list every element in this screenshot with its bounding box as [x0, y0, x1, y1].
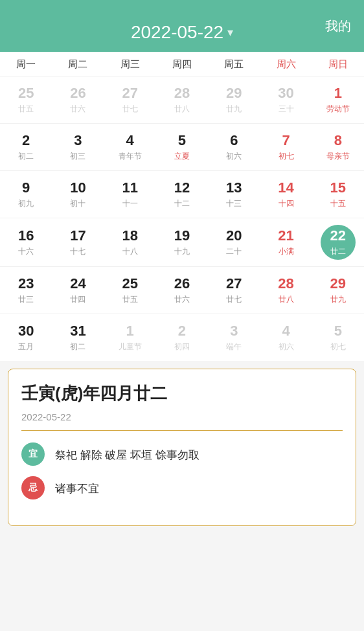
day-cell[interactable]: 9初九 — [0, 171, 52, 218]
day-number: 1 — [334, 85, 342, 102]
day-cell[interactable]: 4青年节 — [104, 124, 156, 170]
day-cell[interactable]: 16十六 — [0, 218, 52, 266]
day-cell[interactable]: 10初十 — [52, 171, 104, 218]
day-cell[interactable]: 26廿六 — [52, 76, 104, 123]
mine-button[interactable]: 我的 — [325, 17, 351, 35]
dropdown-arrow-icon[interactable]: ▾ — [227, 25, 233, 40]
weekday-cell: 周四 — [156, 58, 208, 71]
day-cell[interactable]: 13十三 — [208, 171, 260, 218]
day-cell[interactable]: 23廿三 — [0, 267, 52, 314]
day-sub: 十九 — [174, 246, 190, 257]
day-number: 3 — [230, 323, 238, 339]
weekday-cell: 周三 — [104, 58, 156, 71]
day-sub: 二十 — [226, 246, 242, 257]
day-cell[interactable]: 27廿七 — [208, 267, 260, 314]
day-cell[interactable]: 3端午 — [208, 314, 260, 361]
day-number: 18 — [122, 227, 137, 244]
day-number: 5 — [334, 323, 342, 339]
day-sub: 廿七 — [122, 104, 138, 115]
day-cell[interactable]: 8母亲节 — [312, 124, 364, 170]
day-sub: 十一 — [122, 198, 138, 209]
day-cell[interactable]: 31初二 — [52, 314, 104, 361]
day-cell[interactable]: 17十七 — [52, 218, 104, 266]
day-number: 3 — [74, 132, 82, 149]
day-cell[interactable]: 19十九 — [156, 218, 208, 266]
day-sub: 初六 — [279, 341, 294, 352]
day-number: 23 — [18, 275, 34, 292]
day-number: 17 — [70, 227, 85, 244]
day-sub: 廿五 — [122, 294, 138, 305]
day-number: 15 — [330, 179, 346, 196]
day-cell[interactable]: 4初六 — [260, 314, 312, 361]
day-sub: 廿七 — [226, 294, 242, 305]
day-number: 31 — [70, 323, 85, 339]
day-cell[interactable]: 14十四 — [260, 171, 312, 218]
day-cell[interactable]: 25廿五 — [104, 267, 156, 314]
day-sub: 初十 — [70, 198, 85, 209]
day-cell[interactable]: 7初七 — [260, 124, 312, 170]
day-cell[interactable]: 12十二 — [156, 171, 208, 218]
day-cell[interactable]: 26廿六 — [156, 267, 208, 314]
day-cell[interactable]: 5立夏 — [156, 124, 208, 170]
days-grid: 25廿五26廿六27廿七28廿八29廿九30三十1劳动节2初二3初三4青年节5立… — [0, 76, 364, 361]
day-sub: 廿六 — [70, 104, 85, 115]
day-number: 27 — [122, 85, 137, 102]
day-cell[interactable]: 6初六 — [208, 124, 260, 170]
day-sub: 青年节 — [119, 151, 142, 162]
day-sub: 五月 — [18, 341, 34, 352]
day-cell[interactable]: 18十八 — [104, 218, 156, 266]
month-title: 2022-05-22 — [131, 22, 223, 43]
day-sub: 初二 — [18, 151, 34, 162]
day-sub: 廿八 — [174, 104, 190, 115]
day-sub: 儿童节 — [119, 341, 142, 352]
day-sub: 初二 — [70, 341, 85, 352]
day-cell[interactable]: 5初七 — [312, 314, 364, 361]
day-cell[interactable]: 30五月 — [0, 314, 52, 361]
day-cell[interactable]: 2初二 — [0, 124, 52, 170]
day-sub: 廿四 — [70, 294, 85, 305]
yi-text: 祭祀 解除 破屋 坏垣 馀事勿取 — [55, 442, 199, 464]
day-sub: 初四 — [174, 341, 190, 352]
day-cell[interactable]: 1儿童节 — [104, 314, 156, 361]
day-cell[interactable]: 29廿九 — [208, 76, 260, 123]
day-cell[interactable]: 3初三 — [52, 124, 104, 170]
day-sub: 三十 — [279, 104, 294, 115]
day-number: 25 — [122, 275, 137, 292]
day-sub: 初六 — [226, 151, 242, 162]
yi-badge: 宜 — [21, 442, 45, 466]
day-cell[interactable]: 21小满 — [260, 218, 312, 266]
day-cell[interactable]: 30三十 — [260, 76, 312, 123]
day-sub: 廿三 — [18, 294, 34, 305]
day-cell[interactable]: 29廿九 — [312, 267, 364, 314]
weekday-cell: 周二 — [52, 58, 104, 71]
day-cell[interactable]: 2初四 — [156, 314, 208, 361]
day-sub: 廿二 — [330, 246, 346, 257]
day-sub: 小满 — [279, 246, 294, 257]
day-sub: 十四 — [279, 198, 294, 209]
day-cell[interactable]: 1劳动节 — [312, 76, 364, 123]
day-cell[interactable]: 25廿五 — [0, 76, 52, 123]
day-cell[interactable]: 20二十 — [208, 218, 260, 266]
day-number: 13 — [226, 179, 242, 196]
info-panel: 壬寅(虎)年四月廿二 2022-05-22 宜 祭祀 解除 破屋 坏垣 馀事勿取… — [8, 369, 356, 526]
day-number: 22 — [330, 227, 346, 244]
weekday-cell: 周六 — [260, 58, 312, 71]
day-sub: 端午 — [226, 341, 242, 352]
day-sub: 十七 — [70, 246, 85, 257]
day-number: 26 — [70, 85, 85, 102]
header-title-group[interactable]: 2022-05-22 ▾ — [131, 22, 233, 43]
day-sub: 母亲节 — [326, 151, 350, 162]
day-number: 28 — [174, 85, 190, 102]
weekday-cell: 周一 — [0, 58, 52, 71]
day-cell[interactable]: 24廿四 — [52, 267, 104, 314]
day-cell[interactable]: 11十一 — [104, 171, 156, 218]
day-sub: 立夏 — [174, 151, 190, 162]
day-number: 4 — [126, 132, 134, 149]
day-sub: 初九 — [18, 198, 34, 209]
day-cell[interactable]: 27廿七 — [104, 76, 156, 123]
day-number: 1 — [126, 323, 134, 339]
day-cell[interactable]: 28廿八 — [260, 267, 312, 314]
day-cell[interactable]: 22廿二 — [312, 218, 364, 266]
day-cell[interactable]: 28廿八 — [156, 76, 208, 123]
day-cell[interactable]: 15十五 — [312, 171, 364, 218]
